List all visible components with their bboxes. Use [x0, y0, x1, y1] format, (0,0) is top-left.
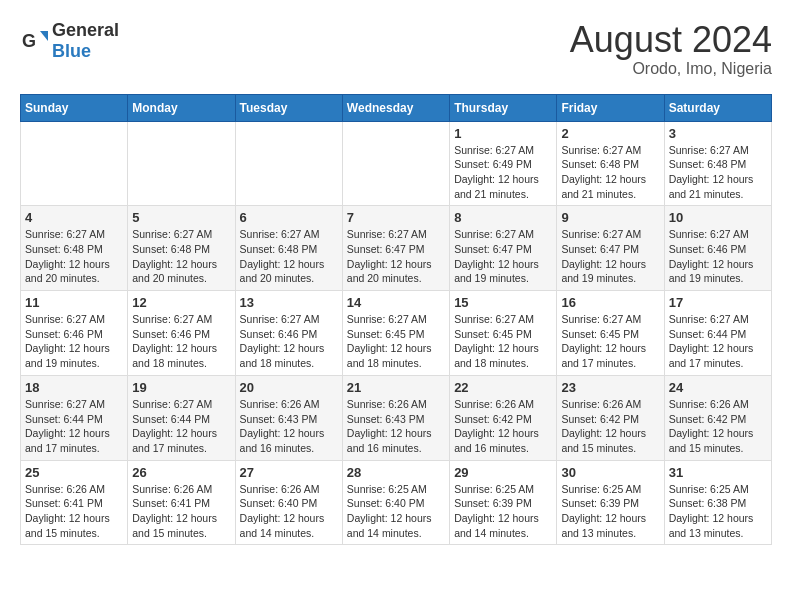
- header-row: SundayMondayTuesdayWednesdayThursdayFrid…: [21, 94, 772, 121]
- day-number: 9: [561, 210, 659, 225]
- calendar-header: SundayMondayTuesdayWednesdayThursdayFrid…: [21, 94, 772, 121]
- day-number: 15: [454, 295, 552, 310]
- calendar-cell: [128, 121, 235, 206]
- calendar-cell: 3Sunrise: 6:27 AMSunset: 6:48 PMDaylight…: [664, 121, 771, 206]
- calendar-cell: 20Sunrise: 6:26 AMSunset: 6:43 PMDayligh…: [235, 375, 342, 460]
- day-info: Sunrise: 6:27 AMSunset: 6:47 PMDaylight:…: [454, 227, 552, 286]
- day-number: 11: [25, 295, 123, 310]
- day-info: Sunrise: 6:26 AMSunset: 6:42 PMDaylight:…: [669, 397, 767, 456]
- week-row-1: 1Sunrise: 6:27 AMSunset: 6:49 PMDaylight…: [21, 121, 772, 206]
- calendar-cell: 12Sunrise: 6:27 AMSunset: 6:46 PMDayligh…: [128, 291, 235, 376]
- week-row-3: 11Sunrise: 6:27 AMSunset: 6:46 PMDayligh…: [21, 291, 772, 376]
- calendar-cell: 21Sunrise: 6:26 AMSunset: 6:43 PMDayligh…: [342, 375, 449, 460]
- day-number: 27: [240, 465, 338, 480]
- day-info: Sunrise: 6:27 AMSunset: 6:48 PMDaylight:…: [669, 143, 767, 202]
- day-number: 17: [669, 295, 767, 310]
- week-row-2: 4Sunrise: 6:27 AMSunset: 6:48 PMDaylight…: [21, 206, 772, 291]
- calendar-cell: 26Sunrise: 6:26 AMSunset: 6:41 PMDayligh…: [128, 460, 235, 545]
- day-header-monday: Monday: [128, 94, 235, 121]
- day-info: Sunrise: 6:27 AMSunset: 6:45 PMDaylight:…: [454, 312, 552, 371]
- day-number: 18: [25, 380, 123, 395]
- day-number: 6: [240, 210, 338, 225]
- calendar-table: SundayMondayTuesdayWednesdayThursdayFrid…: [20, 94, 772, 546]
- svg-marker-1: [40, 31, 48, 41]
- calendar-cell: 7Sunrise: 6:27 AMSunset: 6:47 PMDaylight…: [342, 206, 449, 291]
- day-number: 8: [454, 210, 552, 225]
- calendar-cell: 1Sunrise: 6:27 AMSunset: 6:49 PMDaylight…: [450, 121, 557, 206]
- calendar-cell: 11Sunrise: 6:27 AMSunset: 6:46 PMDayligh…: [21, 291, 128, 376]
- day-number: 7: [347, 210, 445, 225]
- day-number: 2: [561, 126, 659, 141]
- calendar-cell: 28Sunrise: 6:25 AMSunset: 6:40 PMDayligh…: [342, 460, 449, 545]
- day-number: 21: [347, 380, 445, 395]
- day-info: Sunrise: 6:26 AMSunset: 6:41 PMDaylight:…: [25, 482, 123, 541]
- calendar-cell: [235, 121, 342, 206]
- day-header-friday: Friday: [557, 94, 664, 121]
- day-number: 31: [669, 465, 767, 480]
- calendar-cell: 27Sunrise: 6:26 AMSunset: 6:40 PMDayligh…: [235, 460, 342, 545]
- header: G General Blue August 2024 Orodo, Imo, N…: [20, 20, 772, 78]
- day-number: 14: [347, 295, 445, 310]
- day-info: Sunrise: 6:25 AMSunset: 6:39 PMDaylight:…: [561, 482, 659, 541]
- day-info: Sunrise: 6:27 AMSunset: 6:49 PMDaylight:…: [454, 143, 552, 202]
- logo-icon: G: [20, 27, 48, 55]
- day-number: 1: [454, 126, 552, 141]
- calendar-cell: 24Sunrise: 6:26 AMSunset: 6:42 PMDayligh…: [664, 375, 771, 460]
- day-number: 29: [454, 465, 552, 480]
- day-number: 23: [561, 380, 659, 395]
- day-info: Sunrise: 6:27 AMSunset: 6:46 PMDaylight:…: [669, 227, 767, 286]
- calendar-cell: 13Sunrise: 6:27 AMSunset: 6:46 PMDayligh…: [235, 291, 342, 376]
- day-info: Sunrise: 6:27 AMSunset: 6:44 PMDaylight:…: [25, 397, 123, 456]
- calendar-cell: 30Sunrise: 6:25 AMSunset: 6:39 PMDayligh…: [557, 460, 664, 545]
- day-header-sunday: Sunday: [21, 94, 128, 121]
- day-info: Sunrise: 6:26 AMSunset: 6:40 PMDaylight:…: [240, 482, 338, 541]
- day-info: Sunrise: 6:26 AMSunset: 6:43 PMDaylight:…: [347, 397, 445, 456]
- week-row-5: 25Sunrise: 6:26 AMSunset: 6:41 PMDayligh…: [21, 460, 772, 545]
- day-info: Sunrise: 6:26 AMSunset: 6:42 PMDaylight:…: [454, 397, 552, 456]
- calendar-body: 1Sunrise: 6:27 AMSunset: 6:49 PMDaylight…: [21, 121, 772, 545]
- day-header-thursday: Thursday: [450, 94, 557, 121]
- calendar-cell: 4Sunrise: 6:27 AMSunset: 6:48 PMDaylight…: [21, 206, 128, 291]
- calendar-cell: 9Sunrise: 6:27 AMSunset: 6:47 PMDaylight…: [557, 206, 664, 291]
- day-header-saturday: Saturday: [664, 94, 771, 121]
- day-number: 22: [454, 380, 552, 395]
- day-number: 24: [669, 380, 767, 395]
- calendar-cell: 15Sunrise: 6:27 AMSunset: 6:45 PMDayligh…: [450, 291, 557, 376]
- week-row-4: 18Sunrise: 6:27 AMSunset: 6:44 PMDayligh…: [21, 375, 772, 460]
- calendar-cell: 10Sunrise: 6:27 AMSunset: 6:46 PMDayligh…: [664, 206, 771, 291]
- day-info: Sunrise: 6:27 AMSunset: 6:47 PMDaylight:…: [347, 227, 445, 286]
- day-number: 30: [561, 465, 659, 480]
- logo-general: General: [52, 20, 119, 40]
- subtitle: Orodo, Imo, Nigeria: [570, 60, 772, 78]
- calendar-cell: 25Sunrise: 6:26 AMSunset: 6:41 PMDayligh…: [21, 460, 128, 545]
- svg-text:G: G: [22, 31, 36, 51]
- day-info: Sunrise: 6:27 AMSunset: 6:47 PMDaylight:…: [561, 227, 659, 286]
- calendar-cell: 17Sunrise: 6:27 AMSunset: 6:44 PMDayligh…: [664, 291, 771, 376]
- calendar-cell: 16Sunrise: 6:27 AMSunset: 6:45 PMDayligh…: [557, 291, 664, 376]
- day-info: Sunrise: 6:27 AMSunset: 6:46 PMDaylight:…: [132, 312, 230, 371]
- calendar-cell: 14Sunrise: 6:27 AMSunset: 6:45 PMDayligh…: [342, 291, 449, 376]
- day-header-tuesday: Tuesday: [235, 94, 342, 121]
- day-info: Sunrise: 6:27 AMSunset: 6:46 PMDaylight:…: [25, 312, 123, 371]
- calendar-cell: 22Sunrise: 6:26 AMSunset: 6:42 PMDayligh…: [450, 375, 557, 460]
- day-info: Sunrise: 6:27 AMSunset: 6:44 PMDaylight:…: [669, 312, 767, 371]
- day-info: Sunrise: 6:27 AMSunset: 6:48 PMDaylight:…: [561, 143, 659, 202]
- day-number: 3: [669, 126, 767, 141]
- day-info: Sunrise: 6:27 AMSunset: 6:44 PMDaylight:…: [132, 397, 230, 456]
- calendar-cell: 29Sunrise: 6:25 AMSunset: 6:39 PMDayligh…: [450, 460, 557, 545]
- day-number: 26: [132, 465, 230, 480]
- calendar-cell: 8Sunrise: 6:27 AMSunset: 6:47 PMDaylight…: [450, 206, 557, 291]
- day-number: 16: [561, 295, 659, 310]
- calendar-cell: 23Sunrise: 6:26 AMSunset: 6:42 PMDayligh…: [557, 375, 664, 460]
- day-header-wednesday: Wednesday: [342, 94, 449, 121]
- day-number: 20: [240, 380, 338, 395]
- calendar-cell: [342, 121, 449, 206]
- calendar-cell: 18Sunrise: 6:27 AMSunset: 6:44 PMDayligh…: [21, 375, 128, 460]
- day-info: Sunrise: 6:26 AMSunset: 6:43 PMDaylight:…: [240, 397, 338, 456]
- day-number: 5: [132, 210, 230, 225]
- day-info: Sunrise: 6:27 AMSunset: 6:46 PMDaylight:…: [240, 312, 338, 371]
- calendar-cell: 31Sunrise: 6:25 AMSunset: 6:38 PMDayligh…: [664, 460, 771, 545]
- day-number: 12: [132, 295, 230, 310]
- calendar-cell: 19Sunrise: 6:27 AMSunset: 6:44 PMDayligh…: [128, 375, 235, 460]
- day-info: Sunrise: 6:27 AMSunset: 6:48 PMDaylight:…: [240, 227, 338, 286]
